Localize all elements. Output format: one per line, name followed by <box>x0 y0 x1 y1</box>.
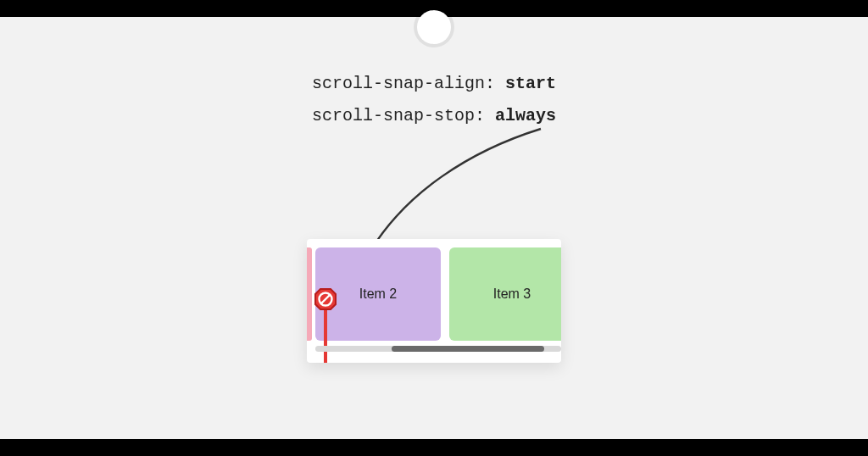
top-notch-circle <box>417 10 451 44</box>
slide-stage: scroll-snap-align: start scroll-snap-sto… <box>0 17 868 439</box>
letterbox-bottom <box>0 439 868 456</box>
scroll-track[interactable]: Item 2 Item 3 <box>315 247 561 341</box>
code-prop-2: scroll-snap-stop: <box>312 106 495 125</box>
code-line-1: scroll-snap-align: start <box>312 68 556 100</box>
item-label: Item 3 <box>493 286 531 302</box>
code-prop-1: scroll-snap-align: <box>312 74 505 93</box>
code-val-1: start <box>505 74 556 93</box>
list-item[interactable]: Item 2 <box>315 247 441 341</box>
horizontal-scrollbar[interactable] <box>315 346 561 352</box>
item-label: Item 2 <box>359 286 397 302</box>
css-code-block: scroll-snap-align: start scroll-snap-sto… <box>312 68 556 132</box>
scrollbar-thumb[interactable] <box>392 346 544 352</box>
scroll-snap-demo[interactable]: Item 2 Item 3 <box>307 239 561 363</box>
code-line-2: scroll-snap-stop: always <box>312 100 556 132</box>
previous-item-strip <box>307 247 312 341</box>
code-val-2: always <box>495 106 556 125</box>
list-item[interactable]: Item 3 <box>449 247 561 341</box>
